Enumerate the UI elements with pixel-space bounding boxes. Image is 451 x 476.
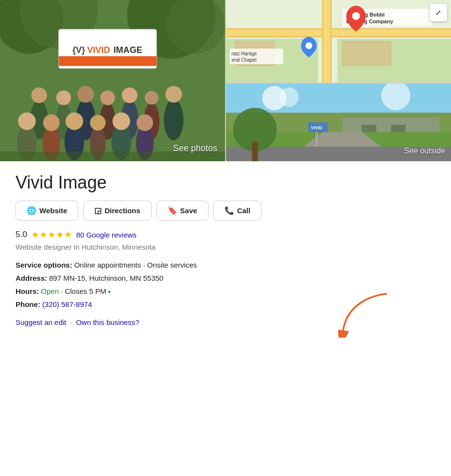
business-name: Vivid Image [16,172,435,193]
svg-rect-41 [226,36,451,37]
svg-point-36 [137,114,153,131]
phone-icon: 📞 [225,206,234,215]
svg-text:IMAGE: IMAGE [114,45,142,55]
service-value: Online appointments · Onsite services [74,261,197,269]
svg-point-18 [100,90,115,105]
svg-point-26 [18,112,35,130]
svg-point-30 [66,112,83,130]
rating-row: 5.0 ★★★★★ 80 Google reviews [16,229,435,240]
action-buttons: 🌐 Website ◲ Directions 🔖 Save 📞 Call [16,201,435,221]
directions-icon: ◲ [94,206,102,215]
photo-grid: {V} VIVID IMAGE [0,0,451,160]
hours-row: Hours: Open · Closes 5 PM ▾ [16,287,435,295]
rating-score: 5.0 [16,230,27,239]
footer-separator: · [70,318,72,326]
svg-point-16 [77,86,94,102]
directions-label: Directions [104,206,140,215]
bookmark-icon: 🔖 [168,206,177,215]
save-button[interactable]: 🔖 Save [156,201,208,221]
svg-point-24 [165,86,182,102]
see-photos-label: See photos [173,143,217,153]
svg-rect-44 [330,0,332,83]
svg-rect-65 [252,142,258,161]
star-rating: ★★★★★ [31,229,72,240]
service-options-row: Service options: Online appointments · O… [16,261,435,269]
svg-point-32 [90,115,105,130]
arrow-svg [338,289,397,338]
own-business-link[interactable]: Own this business? [76,318,139,326]
address-row: Address: 897 MN-15, Hutchinson, MN 55350 [16,274,435,282]
svg-text:ratz Hantge: ratz Hantge [232,51,257,56]
call-button[interactable]: 📞 Call [213,201,262,221]
map-expand-button[interactable]: ⤢ [430,4,447,21]
map-thumbnail[interactable]: Bobbing Bobbi Brewing Company ratz Hantg… [226,0,451,83]
svg-point-14 [56,90,71,105]
reviews-link[interactable]: 80 Google reviews [76,231,137,239]
suggest-edit-link[interactable]: Suggest an edit [16,318,66,326]
arrow-annotation [338,289,397,340]
team-photo[interactable]: {V} VIVID IMAGE [0,0,225,161]
svg-point-34 [113,112,130,130]
hours-dropdown-icon[interactable]: ▾ [108,289,111,295]
svg-text:eral Chapel: eral Chapel [232,57,257,63]
svg-rect-40 [226,28,451,30]
svg-point-67 [279,87,299,107]
svg-point-22 [145,91,158,104]
phone-link[interactable]: (320) 587-8974 [42,300,92,308]
svg-rect-39 [226,29,451,37]
save-label: Save [180,206,197,215]
footer-links: Suggest an edit · Own this business? [16,318,435,326]
svg-text:VIVID: VIVID [87,45,110,55]
svg-point-56 [306,42,312,49]
svg-point-12 [31,87,47,103]
svg-point-55 [352,12,360,20]
street-view[interactable]: VIVID See outside [226,84,451,161]
business-category: Website designer in Hutchinson, Minnesot… [16,243,435,251]
map-bg: Bobbing Bobbi Brewing Company ratz Hantg… [226,0,451,83]
hours-close-time: · Closes 5 PM [61,287,106,295]
svg-rect-48 [343,41,391,66]
svg-text:VIVID: VIVID [311,125,323,130]
call-label: Call [237,206,251,215]
expand-icon: ⤢ [435,9,441,17]
globe-icon: 🌐 [27,206,36,215]
svg-rect-10 [59,56,156,66]
svg-rect-43 [322,0,324,83]
phone-label: Phone: [16,300,40,308]
address-label: Address: [16,274,47,282]
website-label: Website [39,206,67,215]
svg-text:{V}: {V} [72,45,85,55]
svg-point-20 [122,87,138,103]
svg-point-23 [164,99,183,140]
address-value: 897 MN-15, Hutchinson, MN 55350 [49,274,163,282]
info-panel: Vivid Image 🌐 Website ◲ Directions 🔖 Sav… [0,160,451,342]
svg-point-28 [43,114,60,131]
website-button[interactable]: 🌐 Website [16,201,78,221]
hours-label: Hours: [16,287,39,295]
service-label: Service options: [16,261,72,269]
hours-open-status: Open [41,287,59,295]
team-photo-bg: {V} VIVID IMAGE [0,0,225,161]
directions-button[interactable]: ◲ Directions [83,201,151,221]
see-outside-label: See outside [404,147,445,155]
phone-row: Phone: (320) 587-8974 [16,300,435,308]
